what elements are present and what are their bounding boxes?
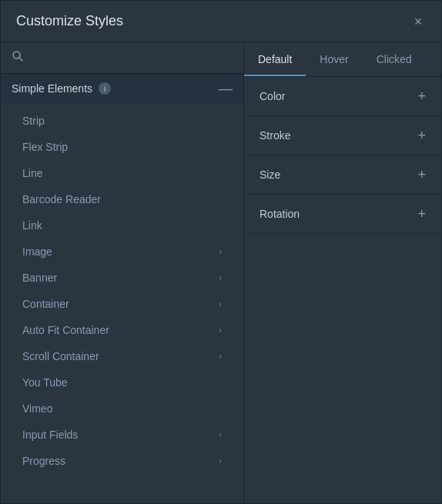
tab-hover[interactable]: Hover — [306, 42, 362, 76]
nav-item[interactable]: Banner› — [1, 265, 243, 291]
style-item-size[interactable]: Size+ — [244, 155, 441, 195]
tabs-bar: DefaultHoverClicked — [244, 42, 441, 77]
main-content: Simple Elements i — StripFlex StripLineB… — [1, 42, 441, 503]
section-header-left: Simple Elements i — [12, 82, 111, 95]
nav-item[interactable]: Input Fields› — [1, 422, 243, 448]
nav-item-label: Progress — [22, 455, 65, 467]
style-item-rotation[interactable]: Rotation+ — [244, 195, 441, 234]
style-item-stroke[interactable]: Stroke+ — [244, 116, 441, 155]
tab-default[interactable]: Default — [244, 42, 306, 76]
nav-item[interactable]: You Tube — [1, 369, 243, 396]
right-panel: DefaultHoverClicked Color+Stroke+Size+Ro… — [244, 42, 441, 503]
nav-item[interactable]: Barcode Reader — [1, 186, 243, 212]
chevron-right-icon: › — [219, 351, 222, 362]
chevron-right-icon: › — [219, 246, 222, 257]
expand-icon[interactable]: + — [417, 207, 426, 221]
search-input[interactable] — [30, 52, 233, 64]
search-icon — [12, 50, 24, 65]
chevron-right-icon: › — [219, 325, 222, 335]
chevron-right-icon: › — [219, 299, 222, 309]
section-header: Simple Elements i — — [1, 74, 243, 103]
tab-clicked[interactable]: Clicked — [363, 42, 426, 76]
nav-item[interactable]: Image› — [1, 239, 243, 265]
nav-item-label: Input Fields — [22, 429, 78, 441]
nav-item-label: Banner — [22, 272, 57, 284]
info-icon[interactable]: i — [99, 82, 111, 95]
nav-item-label: Line — [22, 167, 42, 179]
chevron-right-icon: › — [219, 272, 222, 283]
nav-item-label: Image — [22, 245, 52, 258]
nav-item[interactable]: Auto Fit Container› — [1, 317, 243, 343]
window-title: Customize Styles — [16, 13, 123, 29]
nav-item[interactable]: Flex Strip — [1, 134, 243, 160]
expand-icon[interactable]: + — [417, 168, 426, 182]
section-title: Simple Elements — [12, 82, 92, 95]
nav-item[interactable]: Line — [1, 160, 243, 186]
nav-item[interactable]: Strip — [1, 108, 243, 134]
nav-item-label: Auto Fit Container — [22, 324, 109, 336]
customize-styles-window: Customize Styles × Simple Elements — [0, 0, 442, 504]
style-list: Color+Stroke+Size+Rotation+ — [244, 77, 441, 503]
nav-item[interactable]: Progress› — [1, 448, 243, 474]
expand-icon[interactable]: + — [417, 89, 426, 103]
nav-item-label: You Tube — [22, 376, 68, 389]
close-button[interactable]: × — [410, 14, 426, 29]
chevron-right-icon: › — [219, 456, 222, 466]
svg-line-1 — [19, 58, 22, 61]
nav-item-label: Container — [22, 298, 69, 310]
expand-icon[interactable]: + — [417, 129, 426, 142]
style-item-label: Size — [260, 169, 280, 181]
collapse-button[interactable]: — — [219, 82, 233, 95]
nav-item[interactable]: Link — [1, 212, 243, 239]
nav-item-label: Flex Strip — [22, 141, 68, 153]
nav-item[interactable]: Vimeo — [1, 396, 243, 422]
nav-item-label: Scroll Container — [22, 350, 99, 362]
nav-item-label: Strip — [22, 115, 45, 127]
chevron-right-icon: › — [219, 429, 222, 440]
left-panel: Simple Elements i — StripFlex StripLineB… — [1, 42, 244, 503]
title-bar: Customize Styles × — [1, 1, 441, 42]
nav-item[interactable]: Container› — [1, 291, 243, 317]
style-item-label: Stroke — [260, 129, 290, 142]
nav-list: StripFlex StripLineBarcode ReaderLinkIma… — [1, 103, 243, 503]
search-bar — [1, 42, 243, 74]
style-item-label: Rotation — [260, 208, 300, 220]
nav-item-label: Vimeo — [22, 402, 52, 415]
nav-item[interactable]: Scroll Container› — [1, 343, 243, 369]
style-item-label: Color — [260, 90, 285, 102]
style-item-color[interactable]: Color+ — [244, 77, 441, 116]
nav-item-label: Link — [22, 219, 42, 232]
nav-item-label: Barcode Reader — [22, 193, 101, 205]
